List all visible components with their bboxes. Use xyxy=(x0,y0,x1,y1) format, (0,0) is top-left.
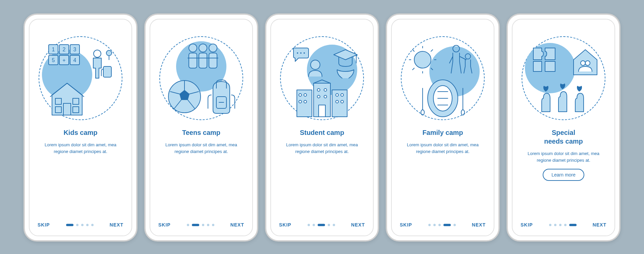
next-button[interactable]: NEXT xyxy=(351,222,365,227)
nav-footer: SKIP NEXT xyxy=(513,222,614,227)
screen-title: Special needs camp xyxy=(544,128,583,146)
svg-point-68 xyxy=(465,54,471,59)
svg-text:3: 3 xyxy=(73,47,76,52)
svg-point-58 xyxy=(414,51,431,68)
illustration-family xyxy=(401,36,485,120)
onboarding-screen-student: Student camp Lorem ipsum dolor sit dim a… xyxy=(270,19,374,236)
dot[interactable] xyxy=(212,224,214,226)
onboarding-screen-kids: 1 2 3 5 + 4 Kids camp Lorem ipsum dolor … xyxy=(29,19,132,236)
next-button[interactable]: NEXT xyxy=(110,222,123,227)
dot[interactable] xyxy=(187,224,189,226)
page-dots xyxy=(308,224,335,226)
dot[interactable] xyxy=(569,224,577,226)
svg-text:5: 5 xyxy=(52,57,55,63)
dot[interactable] xyxy=(313,224,315,226)
screen-description: Lorem ipsum dolor sit dim amet, mea regi… xyxy=(279,142,365,155)
svg-point-57 xyxy=(341,100,343,103)
dot[interactable] xyxy=(428,224,431,226)
svg-point-79 xyxy=(585,61,590,65)
home-people-icon xyxy=(574,50,597,75)
screen-description: Lorem ipsum dolor sit dim amet, mea regi… xyxy=(521,150,606,163)
svg-point-47 xyxy=(304,94,307,96)
phone-frame: Student camp Lorem ipsum dolor sit dim a… xyxy=(265,13,379,242)
dot[interactable] xyxy=(192,224,199,226)
skip-button[interactable]: SKIP xyxy=(38,222,50,227)
learn-more-button[interactable]: Learn more xyxy=(543,169,584,181)
illustration-teens xyxy=(159,36,243,120)
svg-point-53 xyxy=(324,95,327,98)
skip-button[interactable]: SKIP xyxy=(521,222,533,227)
chat-icon xyxy=(293,48,322,77)
sun-icon xyxy=(409,46,436,73)
svg-point-77 xyxy=(461,110,465,115)
parent-child-icon xyxy=(449,45,472,73)
screen-title: Kids camp xyxy=(63,128,97,137)
dot[interactable] xyxy=(308,224,310,226)
hands-hearts-icon xyxy=(542,84,584,112)
phone-frame: Teens camp Lorem ipsum dolor sit dim ame… xyxy=(144,13,258,242)
dot[interactable] xyxy=(202,224,204,226)
next-button[interactable]: NEXT xyxy=(593,222,606,227)
child-icon xyxy=(93,50,112,78)
backpack-icon xyxy=(208,80,235,113)
svg-point-49 xyxy=(304,100,307,103)
svg-point-25 xyxy=(209,44,217,52)
svg-rect-15 xyxy=(103,66,111,77)
page-dots xyxy=(66,224,94,226)
svg-point-56 xyxy=(336,100,338,103)
svg-line-63 xyxy=(413,50,414,51)
svg-text:+: + xyxy=(62,57,65,63)
next-button[interactable]: NEXT xyxy=(472,222,486,227)
dot[interactable] xyxy=(333,224,335,226)
nav-footer: SKIP NEXT xyxy=(30,222,131,227)
dot[interactable] xyxy=(549,224,551,226)
svg-point-48 xyxy=(299,100,302,103)
svg-rect-44 xyxy=(332,90,347,117)
dot[interactable] xyxy=(438,224,441,226)
svg-point-23 xyxy=(199,44,207,52)
svg-point-67 xyxy=(453,45,460,52)
dot[interactable] xyxy=(559,224,561,226)
dot[interactable] xyxy=(453,224,456,226)
page-dots xyxy=(549,224,577,226)
svg-text:4: 4 xyxy=(73,57,76,63)
dot[interactable] xyxy=(91,224,94,226)
dot[interactable] xyxy=(86,224,89,226)
dot[interactable] xyxy=(328,224,330,226)
screen-description: Lorem ipsum dolor sit dim amet, mea regi… xyxy=(38,142,123,155)
illustration-special xyxy=(522,36,605,120)
dot[interactable] xyxy=(554,224,556,226)
people-icon xyxy=(188,44,218,68)
svg-point-51 xyxy=(324,89,327,91)
svg-point-50 xyxy=(317,89,320,91)
skip-button[interactable]: SKIP xyxy=(279,222,291,227)
next-button[interactable]: NEXT xyxy=(230,222,244,227)
dot[interactable] xyxy=(81,224,84,226)
svg-point-78 xyxy=(581,61,585,65)
illustration-kids: 1 2 3 5 + 4 xyxy=(39,36,122,120)
skip-button[interactable]: SKIP xyxy=(158,222,171,227)
dot[interactable] xyxy=(433,224,436,226)
dot[interactable] xyxy=(443,224,451,226)
dot[interactable] xyxy=(66,224,73,226)
skip-button[interactable]: SKIP xyxy=(400,222,412,227)
page-dots xyxy=(428,224,456,226)
dot[interactable] xyxy=(76,224,78,226)
nav-footer: SKIP NEXT xyxy=(150,222,252,227)
svg-point-37 xyxy=(297,52,298,54)
phone-frame: Special needs camp Lorem ipsum dolor sit… xyxy=(506,13,621,242)
nav-footer: SKIP NEXT xyxy=(392,222,494,227)
onboarding-screen-family: Family camp Lorem ipsum dolor sit dim am… xyxy=(391,19,494,236)
dot[interactable] xyxy=(318,224,325,226)
dot[interactable] xyxy=(207,224,209,226)
svg-line-64 xyxy=(431,50,433,51)
svg-point-21 xyxy=(189,44,197,52)
dot[interactable] xyxy=(564,224,567,226)
screen-title: Student camp xyxy=(300,128,344,137)
screen-description: Lorem ipsum dolor sit dim amet, mea regi… xyxy=(158,142,244,155)
svg-point-55 xyxy=(341,94,343,96)
graduation-icon xyxy=(334,50,357,78)
svg-point-38 xyxy=(300,52,302,54)
svg-line-66 xyxy=(431,68,433,70)
svg-rect-26 xyxy=(209,53,217,68)
